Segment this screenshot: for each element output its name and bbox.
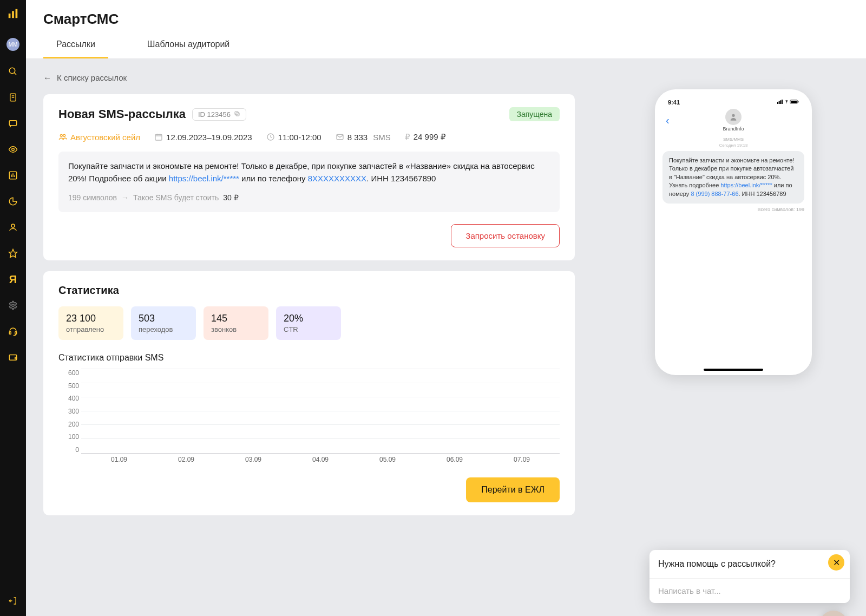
pie-chart-icon[interactable] [8,196,18,207]
chart-x-label: 03.09 [226,456,280,467]
cost-value: 30 ₽ [223,192,238,204]
chat-input[interactable] [650,579,850,603]
msg-text-2: или по телефону [239,174,308,183]
chart-x-label: 06.09 [428,456,482,467]
svg-point-38 [732,114,734,117]
svg-rect-33 [782,100,783,104]
document-icon[interactable] [8,92,18,103]
sms-count-value: 8 333 [347,133,368,142]
eye-icon[interactable] [8,144,18,155]
campaign-title: Новая SMS-рассылка [58,107,186,121]
phone-char-count: Всего символов: 199 [662,207,804,212]
wallet-icon[interactable] [8,352,18,363]
meta-price: ₽ 24 999 ₽ [405,132,446,142]
phone-brand: BrandInfo [723,126,744,132]
back-link[interactable]: ← К списку рассылок [43,73,575,82]
chart-x-label: 01.09 [92,456,146,467]
svg-rect-1 [12,11,14,18]
phone-msg-link1: https://beel.ink/***** [720,182,772,188]
stats-card: Статистика 23 100 отправлено 503 переход… [43,271,575,515]
chart-x-label: 05.09 [360,456,415,467]
page-title: СмартСМС [43,11,849,28]
svg-point-22 [60,134,62,136]
campaign-price: 24 999 ₽ [414,132,446,142]
chart-title: Статистика отправки SMS [58,353,560,363]
search-icon[interactable] [8,66,18,77]
svg-marker-15 [9,250,17,258]
user-icon[interactable] [8,222,18,233]
cost-label: Такое SMS будет стоить [133,192,219,204]
phone-stamp-top: SMS/MMS [662,137,804,142]
svg-rect-31 [779,101,780,104]
stop-button[interactable]: Запросить остановку [451,224,560,247]
svg-rect-36 [791,101,797,103]
svg-rect-20 [236,113,239,116]
time-range: 11:00-12:00 [278,133,322,142]
phone-msg-3: . ИНН 123456789 [739,191,786,197]
msg-text-3: . ИНН 1234567890 [366,174,436,183]
audience-link[interactable]: Августовский сейл [58,133,140,142]
chart: 6005004003002001000 01.0902.0903.0904.09… [58,369,560,467]
envelope-icon [336,133,344,141]
campaign-id-text: ID 123456 [198,110,231,119]
kpi-clicks-label: переходов [139,325,188,333]
bar-chart-icon[interactable] [8,170,18,181]
svg-rect-18 [15,332,17,335]
headset-icon[interactable] [8,326,18,337]
svg-point-14 [11,224,15,227]
kpi-ctr-label: CTR [284,325,333,333]
logout-icon[interactable] [8,595,18,606]
chat-icon[interactable] [8,118,18,129]
chart-x-label: 04.09 [293,456,347,467]
chat-title: Нужна помощь с рассылкой? [658,559,776,569]
chart-x-label: 02.09 [159,456,213,467]
phone-msg-link2: 8 (999) 888-77-66 [691,191,738,197]
chat-close-button[interactable]: ✕ [828,554,844,571]
svg-rect-21 [235,112,238,115]
left-rail: MM Я [0,0,26,616]
kpi-calls-label: звонков [211,325,261,333]
svg-rect-17 [9,332,11,335]
go-ezhl-button[interactable]: Перейти в ЕЖЛ [466,477,560,502]
phone-preview: 9:41 ‹ BrandInfo SMS/MMS Сегодня 19:18 П… [655,89,812,375]
phone-stamp-sub: Сегодня 19:18 [662,143,804,148]
calendar-icon [154,133,163,141]
kpi-clicks-value: 503 [139,313,188,324]
svg-rect-24 [155,134,162,140]
svg-rect-2 [16,9,18,18]
kpi-calls-value: 145 [211,313,261,324]
tab-campaigns[interactable]: Рассылки [43,40,108,58]
chat-widget: Нужна помощь с рассылкой? ✕ 👩 [650,550,850,603]
chart-x-label: 07.09 [495,456,549,467]
star-icon[interactable] [8,248,18,259]
kpi-sent-label: отправлено [66,325,116,333]
msg-link-2[interactable]: 8XXXXXXXXXX [308,174,366,183]
date-range: 12.09.2023–19.09.2023 [166,133,252,142]
meta-sms-count: 8 333 SMS [336,133,391,142]
msg-link-1[interactable]: https://beel.ink/***** [169,174,239,183]
chars-count: 199 символов [68,192,117,204]
status-badge: Запущена [509,107,560,121]
svg-rect-8 [9,121,17,126]
gear-icon[interactable] [8,300,18,311]
arrow-left-icon: ← [43,73,51,82]
tab-templates[interactable]: Шаблоны аудиторий [134,40,242,58]
titlebar: СмартСМС Рассылки Шаблоны аудиторий [26,0,866,59]
svg-point-3 [9,68,15,74]
phone-back-icon: ‹ [666,114,670,127]
kpi-sent: 23 100 отправлено [58,306,123,340]
kpi-clicks: 503 переходов [131,306,196,340]
kpi-calls: 145 звонков [204,306,268,340]
campaign-id-chip[interactable]: ID 123456 [192,108,246,121]
phone-bubble: Покупайте запчасти и экономьте на ремонт… [662,151,804,204]
audience-name: Августовский сейл [70,133,140,142]
user-avatar[interactable]: MM [6,38,19,51]
yandex-icon[interactable]: Я [8,274,18,285]
clock-icon [266,133,275,141]
ruble-icon: ₽ [405,132,410,142]
sms-count-suffix: SMS [373,133,391,142]
svg-point-23 [63,134,65,136]
svg-line-4 [14,73,16,75]
phone-avatar-icon [725,109,742,125]
users-icon [58,133,67,141]
